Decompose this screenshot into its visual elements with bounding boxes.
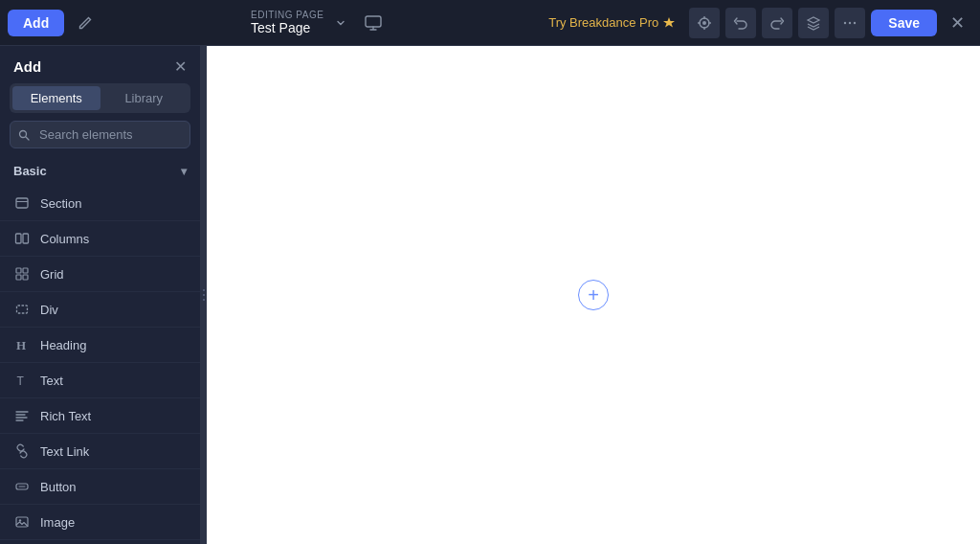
svg-point-9 bbox=[854, 21, 856, 23]
element-item-text[interactable]: T Text bbox=[0, 363, 200, 398]
columns-icon bbox=[13, 230, 31, 247]
page-info: EDITING PAGE Test Page bbox=[251, 8, 389, 38]
top-bar-right: Try Breakdance Pro bbox=[541, 8, 972, 38]
element-label: Heading bbox=[40, 338, 86, 352]
desktop-view-button[interactable] bbox=[358, 8, 389, 38]
sidebar-title: Add bbox=[13, 58, 41, 75]
more-dots-icon bbox=[842, 15, 858, 31]
svg-rect-17 bbox=[23, 268, 28, 273]
layers-button[interactable] bbox=[798, 8, 829, 38]
element-label: Div bbox=[40, 303, 58, 317]
element-item-columns[interactable]: Columns bbox=[0, 221, 200, 257]
redo-icon bbox=[769, 15, 785, 31]
canvas-inner: + bbox=[207, 46, 980, 544]
section-chevron-icon: ▾ bbox=[181, 165, 187, 178]
redo-button[interactable] bbox=[762, 8, 792, 38]
search-wrapper bbox=[10, 121, 190, 148]
undo-button[interactable] bbox=[725, 8, 756, 38]
element-item-image[interactable]: Image bbox=[0, 505, 200, 540]
element-label: Columns bbox=[40, 232, 89, 246]
tab-library[interactable]: Library bbox=[100, 86, 189, 110]
svg-rect-12 bbox=[16, 198, 28, 208]
page-selector-button[interactable] bbox=[335, 17, 346, 29]
section-icon bbox=[13, 194, 31, 212]
layers-icon bbox=[806, 15, 821, 31]
svg-rect-14 bbox=[16, 234, 22, 243]
try-pro-label: Try Breakdance Pro bbox=[548, 15, 658, 30]
svg-text:H: H bbox=[16, 338, 26, 352]
sidebar-close-button[interactable]: ✕ bbox=[174, 57, 187, 76]
svg-rect-0 bbox=[366, 16, 381, 27]
element-label: Grid bbox=[40, 267, 64, 282]
section-label-text: Basic bbox=[13, 164, 47, 178]
save-button[interactable]: Save bbox=[871, 10, 937, 36]
element-item-div[interactable]: Div bbox=[0, 292, 200, 328]
sidebar-header: Add ✕ bbox=[0, 46, 200, 83]
svg-point-7 bbox=[844, 21, 846, 23]
chevron-down-icon bbox=[335, 17, 346, 29]
text-icon: T bbox=[13, 372, 31, 389]
edit-icon-button[interactable] bbox=[72, 10, 99, 36]
section-label: Basic ▾ bbox=[0, 158, 200, 186]
element-item-section[interactable]: Section bbox=[0, 186, 200, 221]
element-item-button[interactable]: Button bbox=[0, 469, 200, 505]
main-layout: Add ✕ Elements Library Basic ▾ bbox=[0, 46, 980, 544]
svg-point-8 bbox=[849, 21, 851, 23]
element-label: Button bbox=[40, 480, 77, 494]
text-link-icon bbox=[13, 442, 31, 460]
rich-text-icon bbox=[13, 407, 31, 424]
add-button[interactable]: Add bbox=[8, 10, 64, 36]
page-name-wrapper: EDITING PAGE Test Page bbox=[251, 10, 323, 35]
editing-page-label: EDITING PAGE bbox=[251, 10, 323, 20]
element-item-heading[interactable]: H Heading bbox=[0, 328, 200, 363]
element-list: Section Columns bbox=[0, 186, 200, 544]
more-options-button[interactable] bbox=[835, 8, 865, 38]
element-label: Rich Text bbox=[40, 409, 91, 423]
image-icon bbox=[13, 513, 31, 531]
svg-rect-15 bbox=[23, 234, 29, 243]
search-input[interactable] bbox=[10, 121, 190, 148]
desktop-icon bbox=[364, 13, 383, 33]
grid-icon bbox=[13, 265, 31, 283]
element-label: Section bbox=[40, 196, 81, 211]
canvas-area: + bbox=[207, 46, 980, 544]
try-pro-button[interactable]: Try Breakdance Pro bbox=[541, 11, 683, 34]
div-icon bbox=[13, 301, 31, 318]
svg-rect-16 bbox=[16, 268, 21, 273]
heading-icon: H bbox=[13, 336, 31, 353]
edit-icon bbox=[78, 15, 93, 31]
svg-text:T: T bbox=[17, 374, 25, 388]
resize-dots bbox=[203, 289, 205, 301]
svg-point-2 bbox=[702, 21, 706, 25]
page-name: Test Page bbox=[251, 20, 323, 35]
tab-switcher: Elements Library bbox=[10, 83, 190, 113]
target-icon bbox=[697, 15, 712, 31]
svg-rect-18 bbox=[16, 275, 21, 280]
element-item-text-link[interactable]: Text Link bbox=[0, 434, 200, 469]
tab-elements[interactable]: Elements bbox=[12, 86, 100, 110]
element-label: Image bbox=[40, 515, 75, 530]
svg-rect-29 bbox=[16, 517, 28, 527]
add-block-button[interactable]: + bbox=[578, 280, 609, 310]
target-icon-button[interactable] bbox=[689, 8, 720, 38]
element-item-rich-text[interactable]: Rich Text bbox=[0, 398, 200, 434]
button-icon bbox=[13, 478, 31, 495]
svg-point-30 bbox=[19, 519, 21, 521]
close-button[interactable]: ✕ bbox=[943, 9, 972, 37]
svg-rect-19 bbox=[23, 275, 28, 280]
undo-icon bbox=[733, 15, 748, 31]
svg-rect-20 bbox=[17, 306, 28, 313]
star-icon bbox=[662, 16, 676, 30]
element-label: Text bbox=[40, 374, 63, 388]
top-bar: Add EDITING PAGE Test Page Try Breakdanc… bbox=[0, 0, 980, 46]
element-item-grid[interactable]: Grid bbox=[0, 257, 200, 292]
element-label: Text Link bbox=[40, 444, 89, 459]
sidebar: Add ✕ Elements Library Basic ▾ bbox=[0, 46, 201, 544]
